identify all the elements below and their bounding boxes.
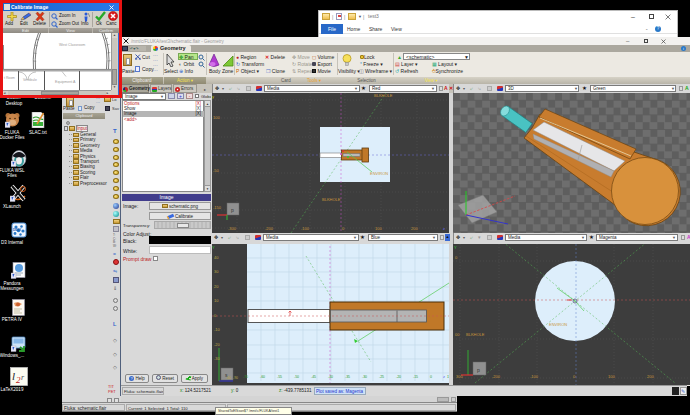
svg-text:Equipment A: Equipment A xyxy=(55,80,76,84)
svg-text:p: p xyxy=(231,207,234,213)
svg-text:t Room: t Room xyxy=(4,76,15,80)
svg-text:p: p xyxy=(477,367,480,373)
svg-text:l: l xyxy=(12,370,15,382)
svg-text:West Classroom: West Classroom xyxy=(59,43,85,47)
svg-text:Vestibule: Vestibule xyxy=(23,78,37,82)
svg-text:DESY: DESY xyxy=(13,228,21,232)
